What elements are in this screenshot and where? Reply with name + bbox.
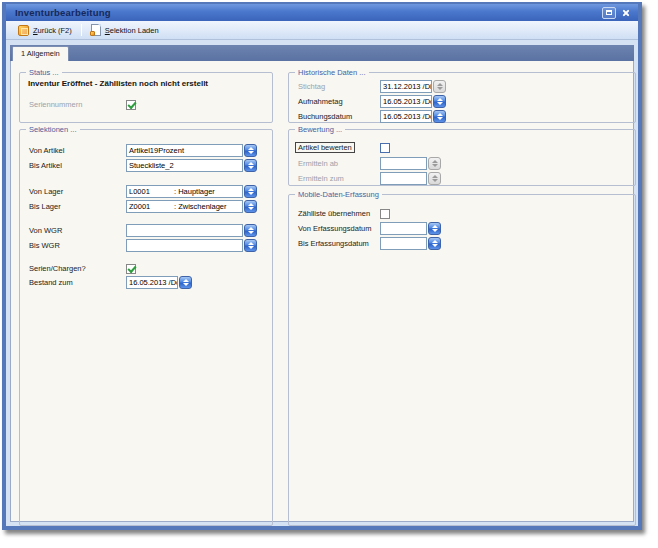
stichtag-input[interactable]: 31.12.2013 /Di [380, 80, 432, 93]
window-title: Inventurbearbeitung [15, 7, 599, 18]
bis-wgr-input[interactable] [126, 239, 243, 252]
bis-artikel-label: Bis Artikel [29, 161, 126, 170]
document-icon [91, 24, 101, 36]
group-historische-daten: Historische Daten ... Stichtag 31.12.201… [288, 72, 636, 123]
von-erfassungsdatum-spinner-icon[interactable] [428, 222, 441, 235]
von-artikel-label: Von Artikel [29, 146, 126, 155]
von-wgr-lookup-icon[interactable] [244, 224, 257, 237]
ermitteln-zum-row: Ermitteln zum [298, 172, 441, 185]
bis-lager-lookup-icon[interactable] [244, 200, 257, 213]
von-lager-row: Von Lager L0001: Hauptlager [29, 185, 257, 198]
aufnahmetag-spinner-icon[interactable] [433, 95, 446, 108]
restore-icon[interactable] [602, 7, 616, 19]
bis-artikel-input[interactable]: Stueckliste_2 [126, 159, 243, 172]
toolbar-separator [81, 24, 82, 36]
load-selection-label: Selektion Laden [105, 26, 159, 35]
restore-glyph [606, 10, 612, 15]
tab-content: Status ... Inventur Eröffnet - Zählliste… [10, 61, 634, 522]
seriennummern-checkbox [126, 100, 136, 110]
ermitteln-ab-input [380, 157, 427, 170]
bestand-zum-input[interactable]: 16.05.2013 /Do [126, 276, 178, 289]
bis-wgr-label: Bis WGR [29, 241, 126, 250]
buchungsdatum-row: Buchungsdatum 16.05.2013 /Do [298, 110, 446, 123]
zaehlliste-row: Zählliste übernehmen [298, 207, 390, 220]
bis-wgr-row: Bis WGR [29, 239, 257, 252]
bis-lager-label: Bis Lager [29, 202, 126, 211]
seriennummern-label: Seriennummern [29, 100, 126, 109]
group-mobile-daten-erfassung: Mobile-Daten-Erfassung Zählliste überneh… [288, 194, 636, 526]
von-lager-lookup-icon[interactable] [244, 185, 257, 198]
von-lager-input[interactable]: L0001: Hauptlager [126, 185, 243, 198]
ermitteln-zum-spinner-icon [428, 172, 441, 185]
stichtag-spinner-icon [433, 80, 446, 93]
von-lager-label: Von Lager [29, 187, 126, 196]
buchungsdatum-spinner-icon[interactable] [433, 110, 446, 123]
von-artikel-lookup-icon[interactable] [244, 144, 257, 157]
toolbar: Zurück (F2) Selektion Laden [6, 21, 638, 40]
stichtag-label: Stichtag [298, 82, 380, 91]
bestand-zum-label: Bestand zum [29, 278, 126, 287]
status-message: Inventur Eröffnet - Zähllisten noch nich… [28, 79, 208, 88]
group-selektionen: Selektionen ... Von Artikel Artikel19Pro… [19, 129, 273, 526]
von-artikel-input[interactable]: Artikel19Prozent [126, 144, 243, 157]
tab-allgemein[interactable]: 1 Allgemein [12, 46, 69, 61]
group-historische-daten-title: Historische Daten ... [295, 68, 369, 77]
aufnahmetag-input[interactable]: 16.05.2013 /Do [380, 95, 432, 108]
ermitteln-ab-label: Ermitteln ab [298, 159, 380, 168]
serien-chargen-checkbox[interactable] [126, 264, 136, 274]
seriennummern-row: Seriennummern [29, 98, 136, 111]
artikel-bewerten-row: Artikel bewerten [298, 141, 390, 154]
serien-chargen-row: Serien/Chargen? [29, 262, 136, 275]
load-selection-button[interactable]: Selektion Laden [86, 23, 164, 38]
close-icon[interactable] [619, 7, 633, 19]
zaehlliste-label: Zählliste übernehmen [298, 209, 380, 218]
stichtag-row: Stichtag 31.12.2013 /Di [298, 80, 446, 93]
back-button-label: Zurück (F2) [33, 26, 72, 35]
von-erfassungsdatum-row: Von Erfassungsdatum [298, 222, 441, 235]
tab-bar: 1 Allgemein [10, 45, 634, 61]
bis-erfassungsdatum-row: Bis Erfassungsdatum [298, 237, 441, 250]
group-bewertung: Bewertung ... Artikel bewerten Ermitteln… [288, 129, 636, 186]
ermitteln-ab-row: Ermitteln ab [298, 157, 441, 170]
bis-artikel-lookup-icon[interactable] [244, 159, 257, 172]
von-erfassungsdatum-label: Von Erfassungsdatum [298, 224, 380, 233]
bestand-zum-row: Bestand zum 16.05.2013 /Do [29, 276, 192, 289]
bis-erfassungsdatum-spinner-icon[interactable] [428, 237, 441, 250]
serien-chargen-label: Serien/Chargen? [29, 264, 126, 273]
artikel-bewerten-checkbox[interactable] [380, 143, 390, 153]
window: Inventurbearbeitung Zurück (F2) Selektio… [2, 2, 642, 530]
group-mobile-daten-title: Mobile-Daten-Erfassung [295, 190, 382, 199]
von-wgr-row: Von WGR [29, 224, 257, 237]
back-icon [18, 25, 29, 36]
von-wgr-input[interactable] [126, 224, 243, 237]
titlebar[interactable]: Inventurbearbeitung [6, 4, 638, 21]
back-button[interactable]: Zurück (F2) [13, 23, 77, 38]
tab-page-area: 1 Allgemein Status ... Inventur Eröffnet… [10, 45, 634, 522]
bis-artikel-row: Bis Artikel Stueckliste_2 [29, 159, 257, 172]
von-erfassungsdatum-input[interactable] [380, 222, 427, 235]
group-status: Status ... Inventur Eröffnet - Zählliste… [19, 72, 273, 123]
aufnahmetag-row: Aufnahmetag 16.05.2013 /Do [298, 95, 446, 108]
artikel-bewerten-label: Artikel bewerten [295, 142, 355, 153]
bis-erfassungsdatum-label: Bis Erfassungsdatum [298, 239, 380, 248]
ermitteln-zum-label: Ermitteln zum [298, 174, 380, 183]
bis-lager-input[interactable]: Z0001: Zwischenlager [126, 200, 243, 213]
bis-lager-row: Bis Lager Z0001: Zwischenlager [29, 200, 257, 213]
group-selektionen-title: Selektionen ... [26, 125, 80, 134]
ermitteln-ab-spinner-icon [428, 157, 441, 170]
group-bewertung-title: Bewertung ... [295, 125, 345, 134]
buchungsdatum-input[interactable]: 16.05.2013 /Do [380, 110, 432, 123]
bis-wgr-lookup-icon[interactable] [244, 239, 257, 252]
von-artikel-row: Von Artikel Artikel19Prozent [29, 144, 257, 157]
von-wgr-label: Von WGR [29, 226, 126, 235]
buchungsdatum-label: Buchungsdatum [298, 112, 380, 121]
zaehlliste-checkbox[interactable] [380, 209, 390, 219]
bis-erfassungsdatum-input[interactable] [380, 237, 427, 250]
aufnahmetag-label: Aufnahmetag [298, 97, 380, 106]
group-status-title: Status ... [26, 68, 62, 77]
ermitteln-zum-input [380, 172, 427, 185]
bestand-zum-spinner-icon[interactable] [179, 276, 192, 289]
